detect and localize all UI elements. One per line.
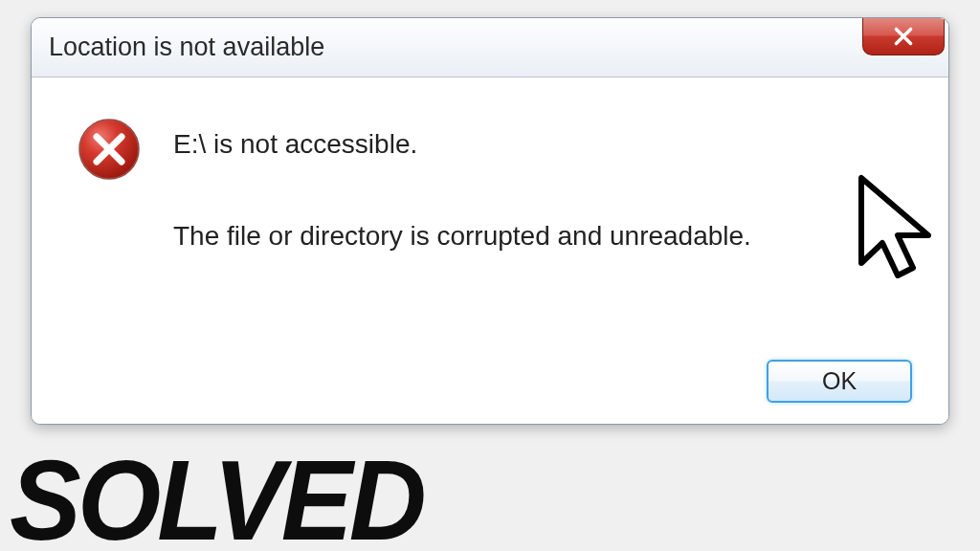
overlay-solved-text: SOLVED (10, 435, 423, 551)
error-message-detail: The file or directory is corrupted and u… (173, 221, 751, 252)
error-dialog: Location is not available E (31, 17, 949, 425)
error-icon (78, 118, 141, 181)
ok-button[interactable]: OK (767, 360, 912, 403)
dialog-title: Location is not available (49, 33, 324, 62)
close-button[interactable] (862, 17, 945, 55)
dialog-body: E:\ is not accessible. The file or direc… (32, 77, 948, 424)
close-icon (891, 24, 916, 49)
error-message-main: E:\ is not accessible. (173, 129, 417, 160)
button-row: OK (767, 360, 912, 403)
title-bar: Location is not available (32, 18, 948, 77)
